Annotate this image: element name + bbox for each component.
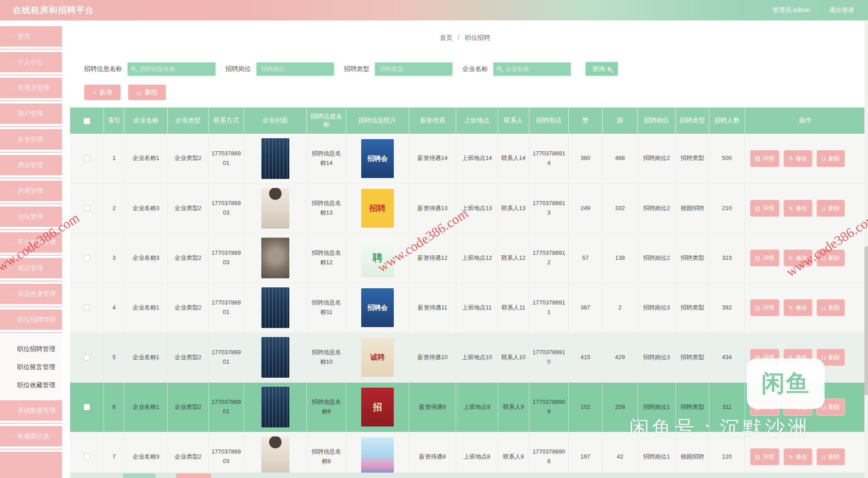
row-delete-button[interactable]: ⊔删除 <box>816 448 845 465</box>
cell-headcount: 434 <box>709 333 745 382</box>
sidebar-item-13[interactable]: ▫基础数据管理 <box>0 400 62 421</box>
detail-button-label: 详情 <box>763 353 774 361</box>
edit-button[interactable]: ✎修改 <box>783 299 812 316</box>
column-header-16: 招聘人数 <box>709 108 745 134</box>
row-checkbox[interactable] <box>84 354 90 361</box>
sidebar-item-5[interactable]: ▫企业管理 <box>0 129 62 150</box>
add-button[interactable]: + 新增 <box>84 84 121 100</box>
menu-item-icon: ▫ <box>7 137 14 142</box>
sidebar-item-3[interactable]: ▫管理员管理 <box>0 78 62 98</box>
edit-button[interactable]: ✎修改 <box>783 150 812 167</box>
sidebar-item-8[interactable]: ▫论坛管理 <box>0 206 62 227</box>
row-actions: ▤详情✎修改⊔删除 <box>747 150 863 167</box>
menu-item-icon: ▫ <box>7 188 14 194</box>
cell-index: 2 <box>104 183 124 233</box>
sidebar-item-14[interactable]: ▫轮播图信息 <box>0 426 62 446</box>
detail-button-label: 详情 <box>763 155 774 163</box>
detail-button[interactable]: ▤详情 <box>750 448 779 465</box>
vertical-scrollbar[interactable] <box>864 20 868 478</box>
edit-icon: ✎ <box>788 155 793 162</box>
sidebar-item-6[interactable]: ▫房东管理 <box>0 155 62 175</box>
cell-salary: 薪资待遇12 <box>409 233 456 283</box>
row-delete-button[interactable]: ⊔删除 <box>816 398 845 416</box>
cell-salary: 薪资待遇11 <box>409 283 456 333</box>
cell-index: 7 <box>104 432 124 473</box>
detail-button[interactable]: ▤详情 <box>750 349 779 366</box>
sidebar-item-label: 房东管理 <box>18 161 43 169</box>
sidebar-item-2[interactable]: ▫个人中心 <box>0 52 62 72</box>
cell-company_type: 企业类型2 <box>168 283 208 333</box>
breadcrumb-home[interactable]: 首页 <box>440 34 453 41</box>
row-delete-button[interactable]: ⊔删除 <box>816 249 845 267</box>
cell-likes: 197 <box>569 432 603 473</box>
filter-input-1[interactable] <box>127 62 216 76</box>
table-row: 7企业名称3企业类型217703786903招聘信息名称8薪资待遇8上班地点8联… <box>70 432 866 473</box>
sidebar-item-label: 轮播图信息 <box>18 432 49 441</box>
row-checkbox[interactable] <box>84 404 90 410</box>
pagination-button[interactable] <box>123 473 156 478</box>
cell-salary: 薪资待遇14 <box>409 134 456 183</box>
row-checkbox[interactable] <box>84 454 90 460</box>
query-button[interactable]: 查询 <box>585 62 618 76</box>
city-night-cover <box>261 387 289 427</box>
detail-button[interactable]: ▤详情 <box>750 150 779 167</box>
sidebar-item-4[interactable]: ▫用户管理 <box>0 103 62 124</box>
menu-item-icon: ▫ <box>7 60 14 65</box>
filter-input-4[interactable] <box>493 62 571 76</box>
detail-button[interactable]: ▤详情 <box>750 299 779 316</box>
sidebar-item-11[interactable]: ▫简历投递管理 <box>0 284 62 304</box>
sidebar-item-12[interactable]: ▫职位招聘管理 <box>0 309 62 330</box>
submenu-item-1[interactable]: 职位招聘管理 <box>0 340 62 358</box>
sidebar-item-label: 用户管理 <box>18 110 43 118</box>
edit-button[interactable]: ✎修改 <box>783 398 812 416</box>
menu-item-icon: ▫ <box>7 434 14 439</box>
cell-contact: 17703786903 <box>208 183 244 233</box>
cell-index: 5 <box>104 333 124 382</box>
row-delete-button[interactable]: ⊔删除 <box>816 150 845 167</box>
cell-phone: 17703786909 <box>529 382 569 432</box>
row-delete-button[interactable]: ⊔删除 <box>816 200 845 217</box>
cell-salary: 薪资待遇13 <box>409 183 456 233</box>
row-checkbox[interactable] <box>84 305 90 311</box>
cell-post: 招聘岗位2 <box>638 183 675 233</box>
row-checkbox[interactable] <box>84 155 90 162</box>
submenu-item-3[interactable]: 职位收藏管理 <box>0 376 62 394</box>
sidebar-item-10[interactable]: ▫简历管理 <box>0 258 62 278</box>
edit-button[interactable]: ✎修改 <box>783 249 812 267</box>
sidebar-item-9[interactable]: ▫平台资讯管理 <box>0 232 62 253</box>
scrollbar-thumb[interactable] <box>864 246 868 395</box>
cell-post: 招聘岗位1 <box>638 432 675 473</box>
select-all-checkbox[interactable] <box>84 118 90 124</box>
submenu-item-2[interactable]: 职位留言管理 <box>0 358 62 376</box>
row-delete-button[interactable]: ⊔删除 <box>816 299 845 316</box>
sidebar-item-7[interactable]: ▫房屋管理 <box>0 181 62 201</box>
search-icon <box>497 66 501 70</box>
row-checkbox[interactable] <box>84 255 90 261</box>
detail-button[interactable]: ▤详情 <box>750 249 779 267</box>
row-actions: ▤详情✎修改⊔删除 <box>747 249 863 267</box>
filter-input-2[interactable] <box>256 62 334 76</box>
column-header-8: 薪资待遇 <box>409 108 456 134</box>
sidebar-item-1[interactable]: ▫首页 <box>0 26 62 47</box>
detail-button[interactable]: ▤详情 <box>750 200 779 217</box>
detail-icon: ▤ <box>755 155 760 162</box>
logout-button[interactable]: 退出登录 <box>829 6 854 14</box>
row-delete-button[interactable]: ⊔删除 <box>816 349 845 366</box>
row-checkbox[interactable] <box>84 205 90 211</box>
edit-button[interactable]: ✎修改 <box>783 448 812 465</box>
cell-phone: 17703786911 <box>529 283 569 333</box>
edit-icon: ✎ <box>788 255 793 262</box>
detail-button[interactable]: ▤详情 <box>750 398 779 416</box>
cell-recruit_type: 招聘类型 <box>675 134 709 183</box>
edit-button-label: 修改 <box>796 403 807 411</box>
cell-person: 联系人12 <box>498 233 529 283</box>
row-delete-button-label: 删除 <box>828 353 840 361</box>
menu-item-icon: ▫ <box>7 240 14 245</box>
edit-button[interactable]: ✎修改 <box>783 349 812 366</box>
delete-button[interactable]: ⊔ 删除 <box>128 84 166 100</box>
filter-input-3[interactable] <box>375 62 453 76</box>
pagination-current-page[interactable] <box>176 473 211 478</box>
column-header-3: 企业类型 <box>168 108 208 134</box>
cell-company: 企业名称1 <box>124 382 168 432</box>
edit-button[interactable]: ✎修改 <box>783 200 812 217</box>
